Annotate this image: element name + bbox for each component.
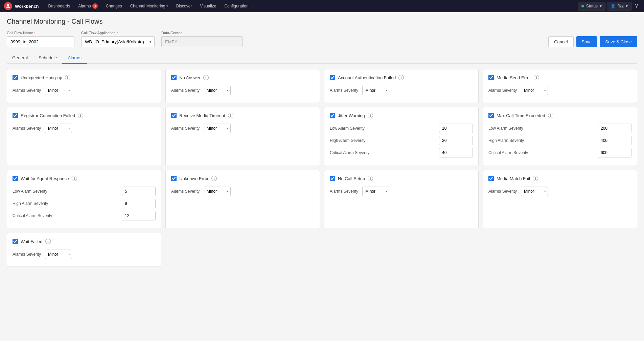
severity-row-no-answer: Alarms Severity MinorMajorCriticalWarnin… [171, 86, 314, 95]
nav-right: Status ▾ 👤 fizz ▾ ? [578, 2, 640, 10]
card-info-icon-no-call-setup[interactable]: ℹ [368, 176, 373, 181]
nav-channel-monitoring[interactable]: Channel Monitoring ▾ [126, 0, 172, 12]
cancel-button[interactable]: Cancel [548, 36, 573, 47]
severity-select-wrapper-unknown-error: MinorMajorCriticalWarning ▾ [204, 187, 231, 196]
card-checkbox-no-call-setup[interactable] [330, 176, 335, 181]
call-flow-app-select[interactable]: WB_IO_Primary(Asia/Kolkata) [81, 36, 155, 47]
card-checkbox-unexpected-hang-up[interactable] [13, 75, 18, 80]
threshold-high-input-max-call-time[interactable] [598, 136, 631, 145]
card-checkbox-wait-agent-response[interactable] [13, 176, 18, 181]
threshold-high-input-wait-agent-response[interactable] [122, 199, 156, 208]
navbar: Workbench Dashboards Alarms 3 Changes Ch… [0, 0, 644, 12]
card-info-icon-receive-media-timeout[interactable]: ℹ [228, 113, 233, 118]
page-title: Channel Monitoring - Call Flows [7, 18, 637, 25]
severity-select-unexpected-hang-up[interactable]: MinorMajorCriticalWarning [45, 86, 72, 95]
card-info-icon-wait-agent-response[interactable]: ℹ [72, 176, 77, 181]
severity-select-unknown-error[interactable]: MinorMajorCriticalWarning [204, 187, 231, 196]
severity-select-no-call-setup[interactable]: MinorMajorCriticalWarning [362, 187, 389, 196]
tab-schedule[interactable]: Schedule [33, 52, 62, 64]
card-info-icon-media-send-error[interactable]: ℹ [534, 75, 539, 80]
alarm-card-jitter-warning: Jitter Warning ℹ Low Alarm Severity High… [324, 107, 479, 166]
tab-alarms[interactable]: Alarms [62, 52, 87, 64]
nav-visualize[interactable]: Visualize [196, 0, 220, 12]
severity-label-registrar-connection-failed: Alarms Severity [13, 126, 41, 131]
severity-row-unknown-error: Alarms Severity MinorMajorCriticalWarnin… [171, 187, 314, 196]
severity-label-unknown-error: Alarms Severity [171, 189, 200, 194]
severity-row-receive-media-timeout: Alarms Severity MinorMajorCriticalWarnin… [171, 124, 314, 133]
brand-name: Workbench [15, 4, 39, 9]
threshold-low-input-jitter-warning[interactable] [439, 124, 473, 133]
alarm-card-media-send-error: Media Send Error ℹ Alarms Severity Minor… [483, 69, 637, 103]
tabs: General Schedule Alarms [7, 52, 637, 64]
threshold-low-input-wait-agent-response[interactable] [122, 187, 156, 196]
severity-select-account-auth-failed[interactable]: MinorMajorCriticalWarning [362, 86, 389, 95]
nav-configuration[interactable]: Configuration [220, 0, 252, 12]
threshold-critical-input-wait-agent-response[interactable] [122, 211, 156, 220]
card-checkbox-media-match-fail[interactable] [488, 176, 494, 181]
card-checkbox-wait-failed[interactable] [13, 239, 18, 244]
threshold-low-input-max-call-time[interactable] [598, 124, 631, 133]
severity-select-no-answer[interactable]: MinorMajorCriticalWarning [204, 86, 231, 95]
card-info-icon-registrar-connection-failed[interactable]: ℹ [78, 113, 83, 118]
call-flow-app-group: Call Flow Application * WB_IO_Primary(As… [81, 31, 155, 47]
card-info-icon-unexpected-hang-up[interactable]: ℹ [65, 75, 70, 80]
severity-label-no-call-setup: Alarms Severity [330, 189, 358, 194]
nav-alarms[interactable]: Alarms 3 [74, 0, 101, 12]
card-checkbox-no-answer[interactable] [171, 75, 177, 80]
page-container: Channel Monitoring - Call Flows Call Flo… [0, 12, 644, 341]
call-flow-name-group: Call Flow Name * [7, 31, 74, 47]
card-checkbox-receive-media-timeout[interactable] [171, 113, 177, 118]
card-header-wait-agent-response: Wait for Agent Response ℹ [13, 176, 156, 181]
alarm-card-unexpected-hang-up: Unexpected Hang-up ℹ Alarms Severity Min… [7, 69, 161, 103]
card-checkbox-jitter-warning[interactable] [330, 113, 335, 118]
severity-select-wrapper-media-send-error: MinorMajorCriticalWarning ▾ [521, 86, 548, 95]
call-flow-name-input[interactable] [7, 36, 74, 47]
save-close-button[interactable]: Save & Close [600, 36, 637, 47]
threshold-critical-input-max-call-time[interactable] [598, 148, 631, 157]
card-checkbox-account-auth-failed[interactable] [330, 75, 335, 80]
severity-label-account-auth-failed: Alarms Severity [330, 88, 358, 93]
help-button[interactable]: ? [633, 3, 640, 9]
card-info-icon-jitter-warning[interactable]: ℹ [368, 113, 373, 118]
card-header-no-answer: No Answer ℹ [171, 75, 314, 80]
card-info-icon-no-answer[interactable]: ℹ [203, 75, 209, 80]
nav-discover[interactable]: Discover [172, 0, 196, 12]
card-info-icon-account-auth-failed[interactable]: ℹ [398, 75, 404, 80]
data-center-group: Data-Center [161, 31, 243, 47]
nav-changes[interactable]: Changes [102, 0, 126, 12]
severity-select-receive-media-timeout[interactable]: MinorMajorCriticalWarning [204, 124, 231, 133]
status-button[interactable]: Status ▾ [578, 2, 605, 10]
severity-row-media-match-fail: Alarms Severity MinorMajorCriticalWarnin… [488, 187, 631, 196]
severity-select-media-send-error[interactable]: MinorMajorCriticalWarning [521, 86, 548, 95]
card-info-icon-media-match-fail[interactable]: ℹ [533, 176, 538, 181]
card-title-receive-media-timeout: Receive Media Timeout [179, 113, 225, 118]
severity-row-unexpected-hang-up: Alarms Severity MinorMajorCriticalWarnin… [13, 86, 156, 95]
card-checkbox-registrar-connection-failed[interactable] [13, 113, 18, 118]
severity-select-media-match-fail[interactable]: MinorMajorCriticalWarning [521, 187, 548, 196]
logo-icon [4, 2, 12, 10]
severity-select-wait-failed[interactable]: MinorMajorCriticalWarning [45, 250, 72, 259]
threshold-high-input-jitter-warning[interactable] [439, 136, 473, 145]
card-checkbox-media-send-error[interactable] [488, 75, 494, 80]
save-button[interactable]: Save [576, 36, 597, 47]
card-title-account-auth-failed: Account Authentication Failed [338, 75, 396, 80]
threshold-high-row-max-call-time: High Alarm Severity [488, 136, 631, 145]
severity-row-wait-failed: Alarms Severity MinorMajorCriticalWarnin… [13, 250, 156, 259]
alarm-card-receive-media-timeout: Receive Media Timeout ℹ Alarms Severity … [165, 107, 320, 166]
tab-general[interactable]: General [7, 52, 33, 64]
card-info-icon-max-call-time[interactable]: ℹ [548, 113, 553, 118]
data-center-label: Data-Center [161, 31, 243, 35]
nav-dashboards[interactable]: Dashboards [44, 0, 74, 12]
threshold-high-label-wait-agent-response: High Alarm Severity [13, 201, 48, 206]
severity-select-registrar-connection-failed[interactable]: MinorMajorCriticalWarning [45, 124, 72, 133]
card-checkbox-max-call-time[interactable] [488, 113, 494, 118]
severity-row-registrar-connection-failed: Alarms Severity MinorMajorCriticalWarnin… [13, 124, 156, 133]
card-checkbox-unknown-error[interactable] [171, 176, 177, 181]
threshold-critical-input-jitter-warning[interactable] [439, 148, 473, 157]
alarm-card-wait-agent-response: Wait for Agent Response ℹ Low Alarm Seve… [7, 170, 161, 229]
user-button[interactable]: 👤 fizz ▾ [607, 2, 631, 10]
severity-label-receive-media-timeout: Alarms Severity [171, 126, 200, 131]
channel-monitoring-chevron: ▾ [166, 4, 168, 8]
card-info-icon-wait-failed[interactable]: ℹ [45, 239, 51, 244]
card-info-icon-unknown-error[interactable]: ℹ [211, 176, 217, 181]
